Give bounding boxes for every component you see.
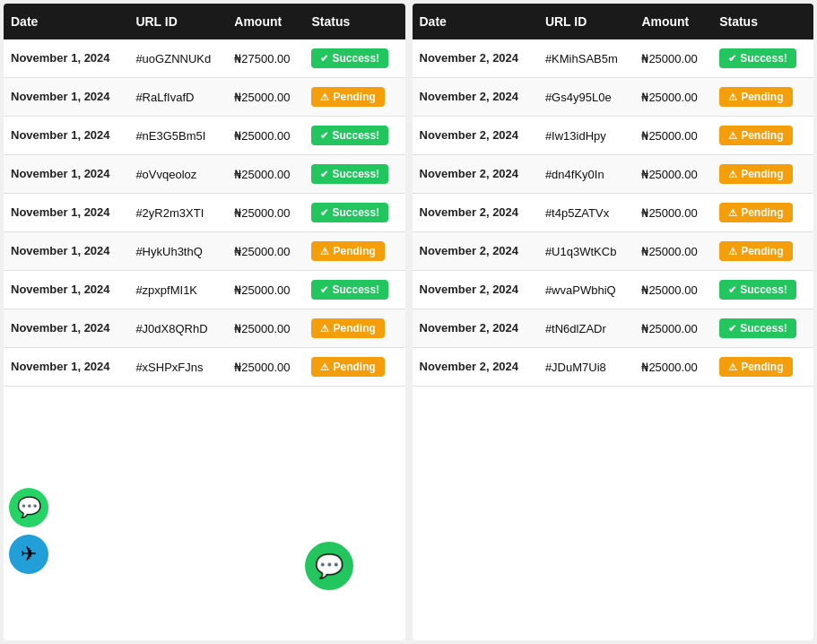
status-icon: ⚠	[728, 169, 737, 180]
status-badge: ⚠ Pending	[719, 203, 792, 222]
left-header-urlid: URL ID	[128, 4, 227, 39]
amount-cell: ₦25000.00	[227, 78, 304, 117]
status-icon: ⚠	[320, 246, 329, 257]
status-badge: ✔ Success!	[719, 318, 796, 338]
status-badge: ✔ Success!	[311, 126, 388, 145]
status-badge: ⚠ Pending	[719, 87, 792, 107]
status-icon: ⚠	[728, 361, 737, 373]
status-cell: ✔ Success!	[304, 117, 404, 155]
whatsapp-icon: 💬	[17, 496, 41, 519]
amount-cell: ₦25000.00	[634, 271, 712, 309]
table-row: November 1, 2024 #oVvqeoloz ₦25000.00 ✔ …	[4, 155, 405, 194]
status-icon: ✔	[728, 323, 736, 335]
telegram-button[interactable]: ✈	[9, 535, 48, 574]
status-badge: ✔ Success!	[719, 280, 796, 300]
table-row: November 1, 2024 #2yR2m3XTI ₦25000.00 ✔ …	[4, 194, 405, 232]
table-row: November 1, 2024 #RaLfIvafD ₦25000.00 ⚠ …	[4, 78, 405, 117]
status-cell: ✔ Success!	[712, 39, 813, 78]
status-badge: ✔ Success!	[311, 164, 388, 184]
amount-cell: ₦25000.00	[227, 271, 304, 309]
status-cell: ⚠ Pending	[712, 194, 813, 232]
status-cell: ⚠ Pending	[712, 155, 813, 194]
amount-cell: ₦25000.00	[227, 309, 304, 348]
url-cell: #zpxpfMI1K	[128, 271, 227, 309]
url-cell: #2yR2m3XTI	[128, 194, 227, 232]
status-badge: ⚠ Pending	[311, 357, 384, 377]
right-table-container: Date URL ID Amount Status November 2, 20…	[413, 4, 814, 640]
date-cell: November 1, 2024	[4, 78, 128, 117]
table-row: November 2, 2024 #JDuM7Ui8 ₦25000.00 ⚠ P…	[413, 348, 814, 387]
status-badge: ⚠ Pending	[719, 164, 792, 184]
right-header-urlid: URL ID	[538, 4, 635, 39]
url-cell: #t4p5ZATVx	[538, 194, 635, 232]
date-cell: November 1, 2024	[4, 117, 128, 155]
table-row: November 2, 2024 #U1q3WtKCb ₦25000.00 ⚠ …	[413, 232, 814, 271]
date-cell: November 1, 2024	[4, 271, 128, 309]
amount-cell: ₦25000.00	[227, 155, 304, 194]
status-badge: ⚠ Pending	[311, 241, 384, 261]
amount-cell: ₦25000.00	[634, 194, 712, 232]
date-cell: November 2, 2024	[413, 117, 538, 155]
whatsapp-button[interactable]: 💬	[9, 488, 48, 527]
status-cell: ⚠ Pending	[712, 348, 813, 387]
url-cell: #Iw13idHpy	[538, 117, 635, 155]
amount-cell: ₦25000.00	[227, 348, 304, 387]
date-cell: November 2, 2024	[413, 155, 538, 194]
left-header-amount: Amount	[227, 4, 304, 39]
right-header-date: Date	[413, 4, 538, 39]
url-cell: #uoGZNNUKd	[128, 39, 227, 78]
date-cell: November 1, 2024	[4, 232, 128, 271]
url-cell: #KMihSAB5m	[538, 39, 635, 78]
date-cell: November 1, 2024	[4, 39, 128, 78]
status-badge: ✔ Success!	[311, 48, 388, 68]
status-cell: ⚠ Pending	[304, 232, 404, 271]
chat-button[interactable]: 💬	[305, 542, 353, 590]
url-cell: #tN6dlZADr	[538, 309, 635, 348]
status-icon: ⚠	[320, 323, 329, 335]
status-cell: ✔ Success!	[712, 271, 813, 309]
date-cell: November 2, 2024	[413, 232, 538, 271]
date-cell: November 2, 2024	[413, 309, 538, 348]
date-cell: November 2, 2024	[413, 271, 538, 309]
status-badge: ✔ Success!	[311, 280, 388, 300]
status-badge: ⚠ Pending	[311, 318, 384, 338]
table-row: November 2, 2024 #tN6dlZADr ₦25000.00 ✔ …	[413, 309, 814, 348]
amount-cell: ₦27500.00	[227, 39, 304, 78]
left-table-container: Date URL ID Amount Status November 1, 20…	[4, 4, 405, 640]
left-header-date: Date	[4, 4, 128, 39]
amount-cell: ₦25000.00	[634, 78, 712, 117]
date-cell: November 2, 2024	[413, 194, 538, 232]
date-cell: November 1, 2024	[4, 155, 128, 194]
date-cell: November 2, 2024	[413, 39, 538, 78]
url-cell: #dn4fKy0In	[538, 155, 635, 194]
amount-cell: ₦25000.00	[634, 117, 712, 155]
date-cell: November 1, 2024	[4, 348, 128, 387]
status-icon: ⚠	[728, 207, 737, 219]
status-cell: ✔ Success!	[304, 39, 404, 78]
amount-cell: ₦25000.00	[634, 155, 712, 194]
amount-cell: ₦25000.00	[227, 117, 304, 155]
table-row: November 2, 2024 #KMihSAB5m ₦25000.00 ✔ …	[413, 39, 814, 78]
status-cell: ✔ Success!	[304, 155, 404, 194]
url-cell: #Gs4y95L0e	[538, 78, 635, 117]
amount-cell: ₦25000.00	[634, 348, 712, 387]
amount-cell: ₦25000.00	[634, 232, 712, 271]
table-row: November 1, 2024 #zpxpfMI1K ₦25000.00 ✔ …	[4, 271, 405, 309]
status-icon: ✔	[320, 284, 328, 296]
table-row: November 2, 2024 #t4p5ZATVx ₦25000.00 ⚠ …	[413, 194, 814, 232]
status-icon: ✔	[728, 284, 736, 296]
status-cell: ⚠ Pending	[712, 117, 813, 155]
status-badge: ⚠ Pending	[311, 87, 384, 107]
url-cell: #oVvqeoloz	[128, 155, 227, 194]
status-cell: ✔ Success!	[304, 194, 404, 232]
status-badge: ⚠ Pending	[719, 357, 792, 377]
table-row: November 1, 2024 #J0dX8QRhD ₦25000.00 ⚠ …	[4, 309, 405, 348]
url-cell: #J0dX8QRhD	[128, 309, 227, 348]
status-cell: ⚠ Pending	[712, 232, 813, 271]
url-cell: #JDuM7Ui8	[538, 348, 635, 387]
amount-cell: ₦25000.00	[634, 39, 712, 78]
status-icon: ✔	[320, 207, 328, 219]
status-icon: ✔	[320, 169, 328, 180]
status-icon: ⚠	[320, 361, 329, 373]
status-icon: ⚠	[728, 91, 737, 103]
